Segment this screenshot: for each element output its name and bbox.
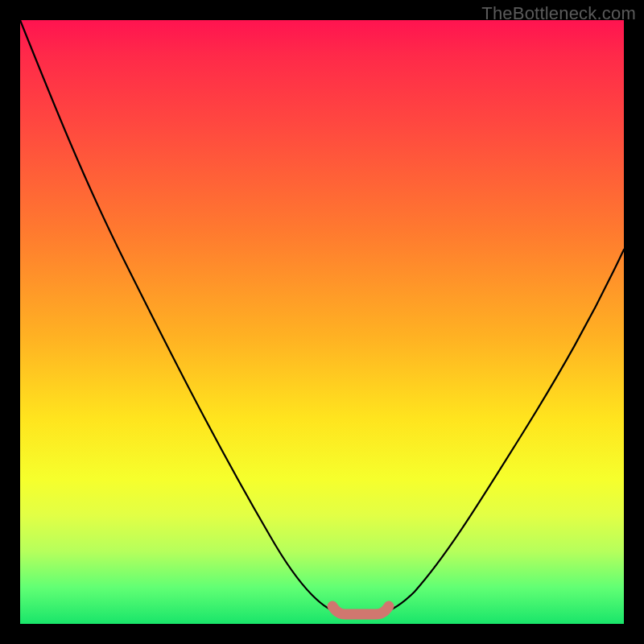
chart-frame: TheBottleneck.com (0, 0, 644, 644)
bottleneck-curve (20, 20, 624, 613)
bottleneck-curve-svg (20, 20, 624, 624)
optimal-band (332, 606, 389, 614)
watermark-text: TheBottleneck.com (481, 3, 636, 24)
plot-area (20, 20, 624, 624)
